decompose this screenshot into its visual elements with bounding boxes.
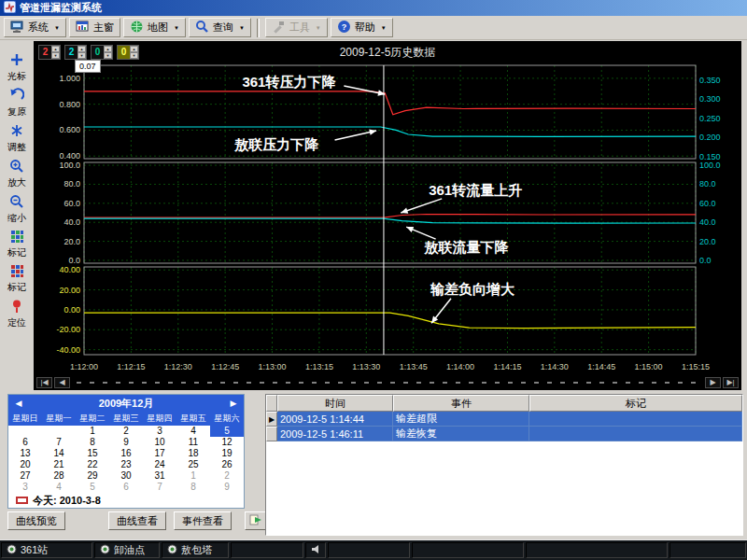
nav-first-button[interactable]: |◀: [36, 377, 52, 388]
x-tick-label: 1:14:15: [493, 362, 521, 371]
column-header-time[interactable]: 时间: [277, 395, 393, 412]
calendar-day[interactable]: 5: [210, 426, 244, 437]
curve-spinner-1[interactable]: 2▲▼: [64, 45, 87, 60]
dropdown-arrow-icon: ▼: [316, 25, 321, 31]
curve-spinner-0[interactable]: 2▲▼: [38, 45, 61, 60]
calendar-day[interactable]: 6: [109, 482, 143, 493]
calendar-day[interactable]: 6: [8, 437, 42, 448]
calendar-day[interactable]: 30: [109, 470, 143, 482]
annotation-label: 敖联流量下降: [423, 239, 509, 256]
calendar-day[interactable]: 21: [42, 459, 76, 470]
event-play-button[interactable]: [245, 511, 267, 530]
nav-last-button[interactable]: ▶|: [723, 377, 739, 388]
curve-view-button[interactable]: 曲线查看: [108, 511, 166, 530]
spinner-up-button[interactable]: ▲: [51, 46, 60, 52]
sidebar-item-zoom-out[interactable]: 缩小: [1, 194, 33, 225]
weekday-label: 星期日: [8, 413, 42, 425]
calendar-day[interactable]: 26: [210, 459, 244, 470]
calendar-prev-button[interactable]: ◀: [8, 399, 29, 408]
menu-main-window[interactable]: 主窗: [69, 18, 120, 37]
calendar-day[interactable]: 23: [109, 459, 143, 470]
calendar-day[interactable]: 11: [176, 437, 210, 448]
calendar-day[interactable]: 16: [109, 448, 143, 459]
calendar-day[interactable]: 14: [42, 448, 76, 459]
sidebar-item-locate[interactable]: 定位: [1, 299, 33, 329]
calendar-day[interactable]: 4: [42, 482, 76, 493]
curve-spinner-3[interactable]: 0▲▼: [117, 45, 139, 60]
calendar-day[interactable]: 1: [76, 426, 109, 437]
chart-area: 2▲▼2▲▼0▲▼0▲▼ 2009-12-5历史数据 1.0000.8000.6…: [34, 41, 741, 390]
spinner-up-button[interactable]: ▲: [78, 46, 86, 52]
calendar-day[interactable]: 29: [76, 470, 109, 482]
menu-query[interactable]: 查询▼: [189, 18, 251, 37]
nav-prev-button[interactable]: ◀: [54, 377, 70, 388]
sidebar-item-restore[interactable]: 复原: [1, 88, 33, 119]
spinner-up-button[interactable]: ▲: [130, 46, 138, 52]
calendar-day[interactable]: 1: [176, 470, 210, 482]
sidebar: 光标复原调整放大缩小标记标记定位: [0, 41, 34, 390]
dropdown-arrow-icon: ▼: [381, 25, 387, 31]
system-icon: [10, 20, 24, 35]
map-icon: [130, 20, 144, 35]
curve-preview-button[interactable]: 曲线预览: [7, 511, 65, 530]
calendar-day[interactable]: 19: [210, 448, 244, 459]
curve-spinner-2[interactable]: 0▲▼: [91, 45, 113, 60]
column-header-event[interactable]: 事件: [393, 395, 529, 412]
locate-icon: [9, 299, 24, 315]
sidebar-item-adjust[interactable]: 调整: [1, 123, 33, 154]
calendar-day[interactable]: 4: [176, 426, 210, 437]
calendar-day[interactable]: 15: [76, 448, 109, 459]
calendar-day[interactable]: 8: [76, 437, 109, 448]
sidebar-item-cursor[interactable]: 光标: [1, 52, 33, 83]
calendar-day[interactable]: 7: [143, 482, 176, 493]
event-row[interactable]: 2009-12-5 1:46:11输差恢复: [266, 427, 742, 441]
y-tick-label: 1.000: [59, 74, 80, 83]
sidebar-item-mark2[interactable]: 标记: [1, 264, 33, 294]
spinner-down-button[interactable]: ▼: [130, 52, 138, 59]
calendar-day[interactable]: 24: [143, 459, 176, 470]
calendar-day[interactable]: 22: [76, 459, 109, 470]
calendar-day[interactable]: 27: [8, 470, 42, 482]
titlebar: 管道泄漏监测系统: [0, 0, 747, 16]
menu-map[interactable]: 地图▼: [123, 18, 186, 37]
calendar-today[interactable]: 今天: 2010-3-8: [8, 493, 244, 508]
event-row[interactable]: ▶2009-12-5 1:14:44输差超限: [266, 412, 742, 427]
event-view-button[interactable]: 事件查看: [174, 511, 232, 530]
calendar-day[interactable]: 31: [143, 470, 176, 482]
spinner-up-button[interactable]: ▲: [104, 46, 112, 52]
calendar-day[interactable]: 3: [8, 482, 42, 493]
spinner-down-button[interactable]: ▼: [104, 52, 112, 59]
nav-track[interactable]: [77, 382, 698, 384]
calendar-next-button[interactable]: ▶: [223, 399, 244, 408]
event-time-cell: 2009-12-5 1:14:44: [277, 412, 393, 427]
calendar-day[interactable]: 3: [143, 426, 176, 437]
calendar-day[interactable]: 9: [109, 437, 143, 448]
calendar-day[interactable]: 7: [42, 437, 76, 448]
calendar-day[interactable]: 25: [176, 459, 210, 470]
calendar-day[interactable]: 2: [210, 470, 244, 482]
history-chart[interactable]: 1.0000.8000.6000.4000.3500.3000.2500.200…: [34, 63, 741, 375]
calendar-day[interactable]: 8: [176, 482, 210, 493]
calendar-day[interactable]: 17: [143, 448, 176, 459]
y-tick-label: 80.0: [63, 179, 80, 189]
nav-next-button[interactable]: ▶: [705, 377, 721, 388]
sidebar-item-mark[interactable]: 标记: [1, 230, 33, 259]
calendar-day[interactable]: 20: [8, 459, 42, 470]
calendar-day[interactable]: 18: [176, 448, 210, 459]
sidebar-item-zoom-in[interactable]: 放大: [1, 159, 33, 189]
calendar-day[interactable]: 9: [210, 482, 244, 493]
calendar-day[interactable]: 5: [76, 482, 109, 493]
menu-system[interactable]: 系统▼: [4, 18, 66, 37]
calendar-day[interactable]: 12: [210, 437, 244, 448]
menu-help[interactable]: ?帮助▼: [331, 18, 393, 37]
calendar-day[interactable]: 10: [143, 437, 176, 448]
zoom-out-icon: [9, 194, 24, 211]
y-tick-label: 100.0: [59, 161, 80, 170]
calendar-day[interactable]: 13: [8, 448, 42, 459]
calendar-day[interactable]: 28: [42, 470, 76, 482]
spinner-down-button[interactable]: ▼: [78, 52, 86, 59]
column-header-mark[interactable]: 标记: [529, 395, 742, 412]
calendar-day[interactable]: 2: [109, 426, 143, 437]
spinner-down-button[interactable]: ▼: [51, 52, 60, 59]
gutter-header[interactable]: [266, 395, 277, 412]
